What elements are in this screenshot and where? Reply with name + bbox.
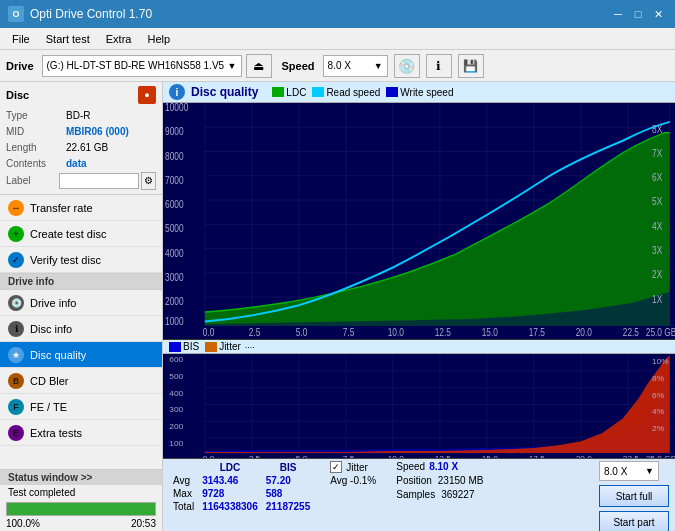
samples-label: Samples: [396, 489, 435, 500]
type-label: Type: [6, 108, 66, 124]
legend-bis-color: [169, 342, 181, 352]
maximize-button[interactable]: □: [629, 5, 647, 23]
svg-text:22.5: 22.5: [623, 326, 639, 338]
sidebar-label-disc-quality: Disc quality: [30, 349, 86, 361]
sidebar-item-drive-info[interactable]: 💿 Drive info: [0, 290, 162, 316]
svg-text:20.0: 20.0: [576, 454, 593, 458]
sidebar-item-extra-tests[interactable]: E Extra tests: [0, 420, 162, 446]
menu-help[interactable]: Help: [139, 31, 178, 47]
svg-text:8%: 8%: [652, 374, 664, 383]
legend-write-speed-label: Write speed: [400, 87, 453, 98]
sidebar-label-verify-test-disc: Verify test disc: [30, 254, 101, 266]
start-full-button[interactable]: Start full: [599, 485, 669, 507]
svg-text:8000: 8000: [165, 150, 184, 162]
mid-value: MBIR06 (000): [66, 124, 129, 140]
save-icon: 💾: [463, 59, 478, 73]
speed-dropdown-row: 8.0 X ▼: [599, 461, 669, 481]
charts-area: 10000 9000 8000 7000 6000 5000 4000 3000…: [163, 103, 675, 531]
svg-text:100: 100: [169, 439, 183, 448]
label-settings-button[interactable]: ⚙: [141, 172, 156, 190]
progress-bottom: 100.0% 20:53: [0, 518, 162, 531]
disc-panel: Disc ● Type BD-R MID MBIR06 (000) Length…: [0, 82, 162, 195]
svg-text:600: 600: [169, 355, 183, 364]
main-content: Disc ● Type BD-R MID MBIR06 (000) Length…: [0, 82, 675, 531]
stats-table: LDC BIS Avg 3143.46 57.20 Max 9728 588: [169, 461, 314, 513]
sidebar-item-fe-te[interactable]: F FE / TE: [0, 394, 162, 420]
legend-read-speed: Read speed: [312, 87, 380, 98]
ldc-header: LDC: [198, 461, 262, 474]
total-ldc: 1164338306: [198, 500, 262, 513]
disc-status-icon: ●: [138, 86, 156, 104]
contents-value: data: [66, 156, 87, 172]
speed-dropdown-arrow: ▼: [374, 61, 383, 71]
chart-legend-top: LDC Read speed Write speed: [272, 87, 453, 98]
menu-file[interactable]: File: [4, 31, 38, 47]
sidebar-item-disc-info[interactable]: ℹ Disc info: [0, 316, 162, 342]
info-button[interactable]: ℹ: [426, 54, 452, 78]
speed-stat-label: Speed: [396, 461, 425, 472]
svg-text:5000: 5000: [165, 222, 184, 234]
svg-text:2000: 2000: [165, 295, 184, 307]
svg-text:5.0: 5.0: [296, 326, 308, 338]
minimize-button[interactable]: ─: [609, 5, 627, 23]
sidebar: Disc ● Type BD-R MID MBIR06 (000) Length…: [0, 82, 163, 531]
dq-icon: i: [169, 84, 185, 100]
eject-button[interactable]: ⏏: [246, 54, 272, 78]
sidebar-label-create-test-disc: Create test disc: [30, 228, 106, 240]
action-buttons-col: 8.0 X ▼ Start full Start part: [599, 461, 669, 531]
scan-button[interactable]: 💿: [394, 54, 420, 78]
close-button[interactable]: ✕: [649, 5, 667, 23]
speed-selector[interactable]: 8.0 X ▼: [323, 55, 388, 77]
svg-text:4X: 4X: [652, 220, 663, 232]
legend-write-speed: Write speed: [386, 87, 453, 98]
menu-bar: File Start test Extra Help: [0, 28, 675, 50]
label-input[interactable]: [59, 173, 139, 189]
disc-icon: ℹ: [8, 321, 24, 337]
sidebar-label-fe-te: FE / TE: [30, 401, 67, 413]
svg-text:7.5: 7.5: [343, 326, 355, 338]
cd-icon: 💿: [398, 58, 415, 74]
sidebar-item-cd-bler[interactable]: B CD Bler: [0, 368, 162, 394]
disc-quality-header: i Disc quality LDC Read speed Write spee…: [163, 82, 675, 103]
jitter-avg-row: Avg -0.1%: [330, 475, 376, 486]
svg-text:1000: 1000: [165, 315, 184, 327]
svg-text:10.0: 10.0: [388, 454, 405, 458]
progress-timestamp: 20:53: [131, 518, 156, 529]
samples-row: Samples 369227: [396, 489, 483, 500]
info-icon: ℹ: [436, 59, 441, 73]
stats-left: LDC BIS Avg 3143.46 57.20 Max 9728 588: [169, 461, 314, 513]
gear-icon: ⚙: [144, 173, 153, 189]
svg-text:10%: 10%: [652, 357, 669, 366]
menu-start-test[interactable]: Start test: [38, 31, 98, 47]
sidebar-item-create-test-disc[interactable]: + Create test disc: [0, 221, 162, 247]
status-window-label: Status window >>: [8, 472, 92, 483]
svg-text:17.5: 17.5: [529, 454, 546, 458]
sidebar-label-extra-tests: Extra tests: [30, 427, 82, 439]
jitter-avg-label: Avg: [330, 475, 350, 486]
jitter-dotted: ····: [245, 342, 255, 352]
drive-selector[interactable]: (G:) HL-DT-ST BD-RE WH16NS58 1.V5 ▼: [42, 55, 242, 77]
speed-stat-value: 8.10 X: [429, 461, 458, 472]
samples-value: 369227: [441, 489, 474, 500]
sidebar-item-transfer-rate[interactable]: ↔ Transfer rate: [0, 195, 162, 221]
chart-top: 10000 9000 8000 7000 6000 5000 4000 3000…: [163, 103, 675, 340]
sidebar-label-cd-bler: CD Bler: [30, 375, 69, 387]
legend-jitter: Jitter ····: [205, 341, 255, 352]
svg-text:4000: 4000: [165, 247, 184, 259]
sidebar-item-disc-quality[interactable]: ★ Disc quality: [0, 342, 162, 368]
legend-ldc: LDC: [272, 87, 306, 98]
fe-te-icon: F: [8, 399, 24, 415]
legend-read-speed-label: Read speed: [326, 87, 380, 98]
speed-position-section: Speed 8.10 X Position 23150 MB Samples 3…: [396, 461, 483, 500]
sidebar-item-verify-test-disc[interactable]: ✓ Verify test disc: [0, 247, 162, 273]
jitter-checkbox[interactable]: ✓: [330, 461, 342, 473]
legend-ldc-color: [272, 87, 284, 97]
svg-text:0.0: 0.0: [203, 454, 215, 458]
start-part-button[interactable]: Start part: [599, 511, 669, 531]
speed-dropdown[interactable]: 8.0 X ▼: [599, 461, 659, 481]
position-value: 23150 MB: [438, 475, 484, 486]
save-button[interactable]: 💾: [458, 54, 484, 78]
menu-extra[interactable]: Extra: [98, 31, 140, 47]
jitter-section: ✓ Jitter Avg -0.1%: [330, 461, 376, 486]
status-window-toggle[interactable]: Status window >>: [0, 470, 162, 485]
